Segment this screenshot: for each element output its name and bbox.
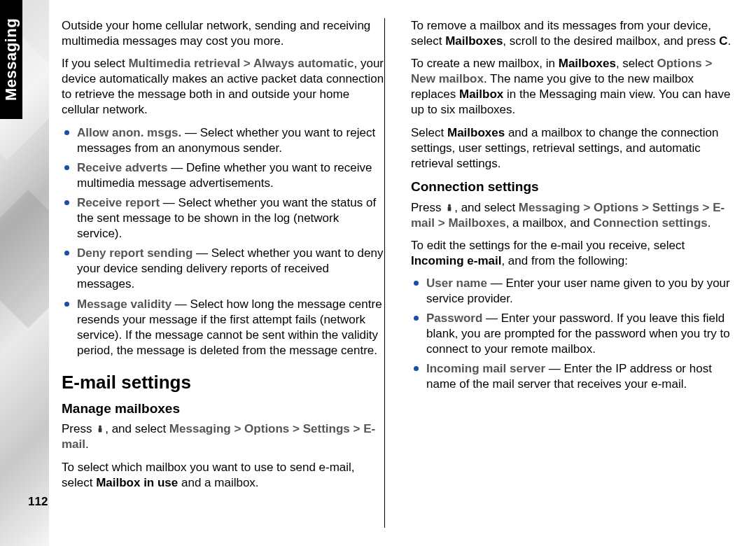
body-text: To remove a mailbox and its messages fro…: [411, 18, 735, 49]
breadcrumb-separator: >: [354, 422, 364, 435]
list-item: Allow anon. msgs. — Select whether you w…: [62, 125, 386, 156]
body-text: To create a new mailbox, in Mailboxes, s…: [411, 56, 735, 118]
bullet-list: Allow anon. msgs. — Select whether you w…: [62, 125, 386, 358]
svg-rect-3: [448, 206, 451, 211]
home-key-icon: [444, 202, 454, 211]
section-tab: Messaging: [0, 0, 22, 119]
body-text: Outside your home cellular network, send…: [62, 18, 386, 49]
list-item: Password — Enter your password. If you l…: [411, 311, 735, 357]
breadcrumb-separator: >: [705, 57, 712, 70]
body-text: To select which mailbox you want to use …: [62, 460, 386, 491]
body-text: To edit the settings for the e-mail you …: [411, 238, 735, 269]
breadcrumb-separator: >: [583, 201, 594, 214]
svg-point-2: [448, 204, 451, 206]
breadcrumb-separator: >: [703, 201, 713, 214]
list-item: Receive report — Select whether you want…: [62, 195, 386, 241]
breadcrumb-separator: >: [244, 57, 253, 70]
body-text: Select Mailboxes and a mailbox to change…: [411, 125, 735, 172]
heading-email-settings: E-mail settings: [62, 371, 386, 395]
list-item: Deny report sending — Select whether you…: [62, 246, 386, 292]
svg-point-0: [99, 426, 102, 428]
body-text: If you select Multimedia retrieval > Alw…: [62, 56, 386, 118]
breadcrumb-separator: >: [438, 216, 449, 230]
section-tab-label: Messaging: [1, 18, 22, 101]
heading-connection-settings: Connection settings: [411, 178, 735, 196]
breadcrumb-separator: >: [642, 201, 652, 214]
svg-rect-1: [99, 428, 102, 433]
list-item: User name — Enter your user name given t…: [411, 276, 735, 307]
breadcrumb-separator: >: [234, 422, 244, 435]
heading-manage-mailboxes: Manage mailboxes: [62, 400, 386, 418]
page-number: 112: [28, 494, 48, 510]
list-item: Message validity — Select how long the m…: [62, 297, 386, 358]
body-text: Press , and select Messaging > Options >…: [62, 421, 386, 452]
list-item: Receive adverts — Define whether you wan…: [62, 160, 386, 191]
body-text: Press , and select Messaging > Options >…: [411, 200, 735, 231]
list-item: Incoming mail server — Enter the IP addr…: [411, 361, 735, 392]
breadcrumb-separator: >: [293, 422, 303, 435]
page-content: Outside your home cellular network, send…: [62, 18, 735, 528]
bullet-list: User name — Enter your user name given t…: [411, 276, 735, 393]
home-key-icon: [95, 423, 105, 433]
